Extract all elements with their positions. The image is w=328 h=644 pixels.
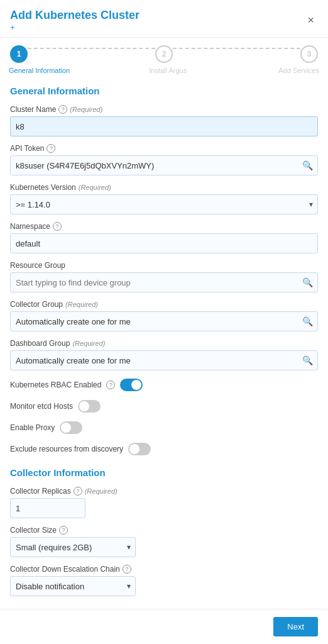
modal-title-area: Add Kubernetes Cluster + [10,9,139,32]
modal-header: Add Kubernetes Cluster + × [0,0,328,38]
collector-group-group: Collector Group (Required) 🔍 [0,296,328,335]
modal: Add Kubernetes Cluster + × 1 2 3 [0,0,328,644]
escalation-chain-group: Collector Down Escalation Chain ? Disabl… [0,561,328,600]
step-3-label: Add Services [278,67,319,74]
proxy-toggle-row: Enable Proxy [0,417,328,438]
collector-size-select-wrapper: Small (requires 2GB) Medium (requires 4G… [10,537,136,557]
collector-size-label: Collector Size ? [10,526,318,535]
collector-size-help-icon[interactable]: ? [59,526,68,535]
collector-size-group: Collector Size ? Small (requires 2GB) Me… [0,522,328,561]
namespace-input[interactable] [10,233,318,253]
step-connector-2 [173,48,300,49]
exclude-toggle-slider [128,443,151,455]
resource-group-group: Resource Group 🔍 [0,257,328,296]
etcd-toggle-row: Monitor etcd Hosts [0,396,328,417]
next-button[interactable]: Next [273,617,318,636]
step-2: 2 [155,45,173,63]
namespace-help-icon[interactable]: ? [53,222,62,231]
dashboard-group-label: Dashboard Group (Required) [10,339,318,348]
step-2-label: Install Argus [149,67,187,74]
step-3: 3 [300,45,318,63]
k8s-version-label: Kubernetes Version (Required) [10,183,318,192]
rbac-help-icon[interactable]: ? [106,380,115,389]
proxy-toggle-slider [60,421,82,434]
escalation-chain-help-icon[interactable]: ? [123,565,131,574]
step-labels: General Information Install Argus Add Se… [0,63,328,78]
collector-replicas-group: Collector Replicas ? (Required) [0,483,328,522]
step-1-label: General Information [9,67,70,74]
api-token-label: API Token ? [10,144,318,153]
stepper: 1 2 3 [0,38,328,63]
api-token-input-wrapper: 🔍 [10,155,318,175]
collector-group-label: Collector Group (Required) [10,300,318,309]
step-1-circle: 1 [10,45,28,63]
escalation-chain-select-wrapper: Disable notification Default ▾ [10,576,136,596]
step-3-circle: 3 [300,45,318,63]
exclude-toggle-row: Exclude resources from discovery [0,438,328,460]
collector-group-search-icon: 🔍 [302,316,313,326]
k8s-version-select-wrapper: >= 1.14.0 < 1.14.0 ▾ [10,194,318,214]
exclude-label: Exclude resources from discovery [10,445,123,453]
collector-replicas-input[interactable] [10,498,85,518]
general-info-title: General Information [0,78,328,101]
rbac-toggle-slider [120,379,143,391]
proxy-toggle[interactable] [60,421,82,434]
resource-group-input-wrapper: 🔍 [10,272,318,292]
proxy-label: Enable Proxy [10,423,55,432]
k8s-version-group: Kubernetes Version (Required) >= 1.14.0 … [0,179,328,218]
step-1: 1 [10,45,28,63]
namespace-group: Namespace ? [0,218,328,257]
etcd-toggle[interactable] [78,400,101,413]
rbac-toggle[interactable] [120,379,143,391]
step-connector-1 [28,48,155,49]
api-token-search-icon: 🔍 [302,160,313,170]
cluster-name-help-icon[interactable]: ? [58,105,67,114]
dashboard-group-group: Dashboard Group (Required) 🔍 [0,335,328,374]
api-token-help-icon[interactable]: ? [46,144,55,153]
namespace-label: Namespace ? [10,222,318,231]
rbac-toggle-row: Kubernetes RBAC Enabled ? [0,374,328,396]
rbac-label: Kubernetes RBAC Enabled [10,380,101,389]
etcd-label: Monitor etcd Hosts [10,402,73,411]
step-2-circle: 2 [155,45,173,63]
modal-footer: Next [0,609,328,644]
close-button[interactable]: × [303,13,318,28]
modal-title: Add Kubernetes Cluster [10,9,139,22]
collector-replicas-label: Collector Replicas ? (Required) [10,487,318,496]
resource-group-label: Resource Group [10,261,318,270]
escalation-chain-select[interactable]: Disable notification Default [10,576,136,596]
collector-group-input[interactable] [10,311,318,331]
exclude-toggle[interactable] [128,443,151,455]
dashboard-group-input-wrapper: 🔍 [10,350,318,370]
api-token-input[interactable] [10,155,318,175]
plus-icon: + [10,23,15,32]
api-token-group: API Token ? 🔍 [0,140,328,179]
resource-group-input[interactable] [10,272,318,292]
cluster-name-label: Cluster Name ? (Required) [10,105,318,114]
collector-info-title: Collector Information [0,460,328,483]
escalation-chain-label: Collector Down Escalation Chain ? [10,565,318,574]
collector-size-select[interactable]: Small (requires 2GB) Medium (requires 4G… [10,537,136,557]
resource-group-search-icon: 🔍 [302,277,313,287]
etcd-toggle-slider [78,400,101,413]
collector-group-input-wrapper: 🔍 [10,311,318,331]
collector-replicas-help-icon[interactable]: ? [74,487,82,496]
dashboard-group-input[interactable] [10,350,318,370]
cluster-name-input[interactable] [10,116,318,136]
k8s-version-select[interactable]: >= 1.14.0 < 1.14.0 [10,194,318,214]
cluster-name-group: Cluster Name ? (Required) [0,101,328,140]
dashboard-group-search-icon: 🔍 [302,355,313,365]
